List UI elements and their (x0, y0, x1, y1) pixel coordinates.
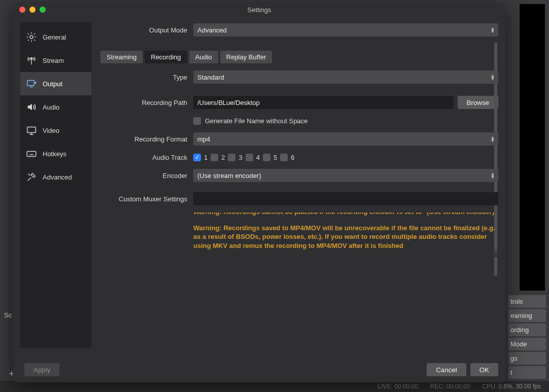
sidebar-item-general[interactable]: General (20, 25, 91, 49)
status-cpu: CPU: 0.6%, 30.00 fps (483, 383, 541, 390)
sidebar-item-hotkeys[interactable]: Hotkeys (20, 142, 91, 165)
audio-track-num: 1 (204, 154, 208, 161)
encoder-value: (Use stream encoder) (197, 172, 261, 180)
sidebar-item-label: General (43, 33, 66, 41)
tab-streaming[interactable]: Streaming (100, 51, 143, 63)
bg-btn: gs (508, 352, 546, 365)
tools-icon (25, 171, 38, 183)
ok-button[interactable]: OK (470, 363, 498, 376)
sidebar-item-label: Stream (43, 57, 64, 64)
audio-track-label: Audio Track (100, 154, 189, 161)
generate-no-space-label: Generate File Name without Space (205, 117, 307, 125)
antenna-icon (25, 55, 38, 66)
recording-format-label: Recording Format (100, 135, 189, 143)
gear-icon (25, 31, 38, 43)
svg-point-1 (30, 58, 32, 59)
browse-button[interactable]: Browse (458, 96, 498, 109)
background-scenes-label: Sc (4, 311, 12, 319)
audio-track-num: 2 (221, 154, 225, 161)
keyboard-icon (25, 148, 38, 159)
muxer-label: Custom Muxer Settings (100, 195, 189, 203)
svg-rect-4 (27, 151, 36, 156)
recording-path-value: /Users/BLue/Desktop (197, 99, 260, 106)
monitor-icon (25, 125, 38, 136)
settings-dialog: Settings General Stream Output (13, 3, 505, 382)
settings-main-pane: Output Mode Advanced ▲▼ Streaming Record… (100, 22, 498, 357)
sidebar-item-label: Video (43, 127, 59, 134)
warning-pause-encoder: Warning: Recordings cannot be paused if … (193, 212, 498, 217)
updown-icon: ▲▼ (490, 136, 495, 142)
sidebar-item-label: Hotkeys (43, 150, 66, 158)
muxer-input[interactable] (193, 192, 498, 205)
warnings-block: Warning: Recordings cannot be paused if … (193, 212, 498, 257)
sidebar-item-label: Output (43, 80, 62, 88)
sidebar-item-audio[interactable]: Audio (20, 95, 91, 119)
type-label: Type (100, 74, 189, 81)
cancel-button[interactable]: Cancel (427, 363, 466, 376)
output-icon (25, 78, 38, 89)
svg-rect-3 (27, 127, 36, 133)
audio-track-4-checkbox[interactable] (246, 154, 253, 161)
sidebar-item-video[interactable]: Video (20, 119, 91, 142)
output-mode-select[interactable]: Advanced ▲▼ (193, 23, 498, 37)
window-close-button[interactable] (19, 7, 25, 13)
output-mode-value: Advanced (197, 26, 227, 34)
dialog-footer: Apply Cancel OK (20, 363, 498, 376)
background-controls-panel: trols eaming ording Mode gs t (508, 295, 549, 379)
recording-format-select[interactable]: mp4 ▲▼ (193, 132, 498, 146)
tab-replay-buffer[interactable]: Replay Buffer (220, 51, 272, 63)
updown-icon: ▲▼ (490, 27, 495, 33)
encoder-select[interactable]: (Use stream encoder) ▲▼ (193, 169, 498, 182)
output-mode-label: Output Mode (100, 26, 189, 34)
audio-track-num: 3 (238, 154, 242, 161)
updown-icon: ▲▼ (490, 172, 495, 179)
recording-path-input[interactable]: /Users/BLue/Desktop (193, 96, 454, 109)
recording-type-select[interactable]: Standard ▲▼ (193, 70, 498, 84)
window-title: Settings (13, 6, 505, 14)
sidebar-item-stream[interactable]: Stream (20, 49, 91, 72)
audio-track-6-checkbox[interactable] (280, 154, 288, 161)
bg-btn: eaming (508, 309, 546, 322)
warning-mp4-unrecoverable: Warning: Recordings saved to MP4/MOV wil… (193, 224, 498, 251)
status-rec: REC: 00:00:00 (430, 383, 470, 390)
bg-btn: t (508, 366, 546, 379)
audio-track-num: 6 (291, 154, 294, 161)
sidebar-item-advanced[interactable]: Advanced (20, 165, 91, 189)
audio-track-1-checkbox[interactable]: ✓ (193, 154, 201, 161)
apply-button[interactable]: Apply (24, 363, 59, 376)
recording-path-label: Recording Path (100, 99, 189, 106)
audio-track-5-checkbox[interactable] (263, 154, 270, 161)
sidebar-item-label: Advanced (43, 173, 72, 181)
bg-btn: Mode (508, 338, 546, 350)
bg-btn: trols (508, 295, 546, 308)
audio-track-3-checkbox[interactable] (228, 154, 235, 161)
window-zoom-button[interactable] (40, 7, 46, 13)
titlebar: Settings (13, 3, 505, 16)
updown-icon: ▲▼ (490, 74, 495, 80)
window-minimize-button[interactable] (29, 7, 36, 13)
tab-audio[interactable]: Audio (189, 51, 218, 63)
encoder-label: Encoder (100, 172, 189, 180)
audio-track-2-checkbox[interactable] (211, 154, 218, 161)
tab-recording[interactable]: Recording (145, 51, 187, 63)
background-preview-area (520, 4, 545, 291)
svg-point-0 (30, 35, 33, 39)
audio-track-num: 4 (256, 154, 260, 161)
speaker-icon (25, 101, 38, 113)
audio-track-num: 5 (273, 154, 277, 161)
svg-rect-2 (27, 81, 35, 86)
status-live: LIVE: 00:00:00 (378, 383, 418, 390)
sidebar-item-output[interactable]: Output (20, 72, 91, 95)
recording-format-value: mp4 (197, 135, 210, 143)
sidebar-item-label: Audio (43, 103, 59, 111)
generate-no-space-checkbox[interactable] (193, 117, 201, 125)
output-tabs: Streaming Recording Audio Replay Buffer (100, 51, 498, 63)
settings-sidebar: General Stream Output Audio (20, 22, 91, 348)
background-status-bar: LIVE: 00:00:00 REC: 00:00:00 CPU: 0.6%, … (0, 381, 549, 392)
bg-btn: ording (508, 324, 546, 336)
recording-type-value: Standard (197, 74, 224, 81)
